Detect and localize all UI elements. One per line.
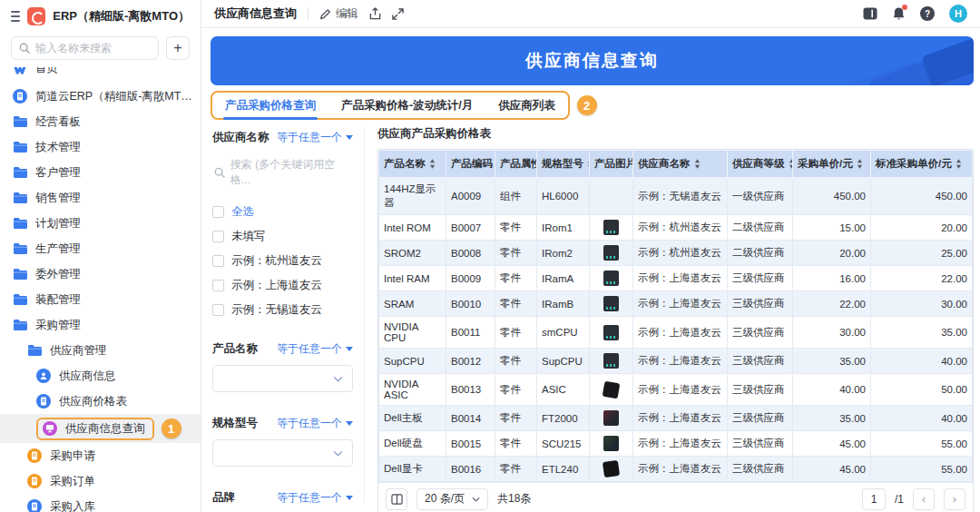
sidebar-header: ERP（精细版-离散MTO） [0,0,201,27]
filter-option[interactable]: 全选 [212,204,353,220]
search-placeholder: 输入名称来搜索 [35,41,112,56]
sidebar-item[interactable]: 装配管理 [0,287,201,312]
sidebar-item[interactable]: 生产管理 [0,236,201,261]
tab[interactable]: 产品采购价格-波动统计/月 [341,93,473,118]
table-row[interactable]: Intel ROMB0007零件IRom1示例：杭州道友云二级供应商15.002… [379,215,973,241]
column-settings-button[interactable] [386,488,407,510]
cell-product-code: B0007 [446,215,495,241]
filter-operator[interactable]: 等于任意一个 [277,416,353,431]
table-row[interactable]: NVIDIA CPUB0011零件smCPU示例：上海道友云三级供应商30.00… [379,317,973,349]
panel-toggle-button[interactable] [863,7,877,20]
caret-down-icon [346,496,353,500]
cell-product-attr: 零件 [495,457,537,482]
filter-operator[interactable]: 等于任意一个 [277,341,353,357]
sidebar-item[interactable]: 简道云ERP（精细版-离散MTO）「... [0,84,201,109]
table-row[interactable]: Dell主板B0014零件FT2000示例：上海道友云三级供应商35.0040.… [379,406,973,431]
table-row[interactable]: SROM2B0008零件IRom2示例：杭州道友云二级供应商20.0025.00 [379,241,973,266]
sidebar-search-row: 输入名称来搜索 + [0,27,201,65]
checkbox[interactable] [212,231,224,242]
table-title: 供应商产品采购价格表 [377,126,974,142]
add-button[interactable]: + [166,36,190,60]
table-row[interactable]: Dell显卡B0016零件ETL240示例：上海道友云三级供应商45.0055.… [379,457,973,482]
filter-dropdown[interactable] [212,365,353,392]
checkbox[interactable] [212,280,224,291]
cell-product-code: A0009 [446,178,495,215]
column-header[interactable]: 产品属性 [495,151,537,178]
prev-page-button[interactable]: ‹ [913,488,935,510]
cell-product-image [590,431,633,457]
edit-button[interactable]: 编辑 [319,6,358,22]
sidebar-item[interactable]: 采购申请 [0,443,201,468]
table-row[interactable]: Intel RAMB0009零件IRamA示例：上海道友云三级供应商16.002… [379,266,973,291]
table-row[interactable]: Dell硬盘B0015零件SCU215示例：上海道友云三级供应商45.0055.… [379,431,973,457]
report-icon [43,421,57,436]
filter-option-label: 示例：杭州道友云 [231,253,322,269]
cell-product-name: Dell显卡 [379,457,446,482]
sidebar-item[interactable]: 供应商价格表 [0,389,201,414]
sidebar-item[interactable]: 技术管理 [0,134,201,160]
table-row[interactable]: NVIDIA ASICB0013零件ASIC示例：上海道友云三级供应商40.00… [379,374,973,406]
column-header[interactable]: 标准采购单价/元 [871,151,973,178]
checkbox[interactable] [212,304,224,316]
notifications-button[interactable] [892,6,906,21]
table-row[interactable]: SRAMB0010零件IRamB示例：上海道友云三级供应商22.0030.00 [379,291,973,317]
filter-panel: 供应商名称 等于任意一个 搜索 (多个关键词用空格... 全选未填写示例：杭州道… [211,126,365,503]
sidebar-item[interactable]: 经营看板 [0,109,201,134]
search-icon [19,43,30,54]
sidebar-item[interactable]: 计划管理 [0,211,201,236]
column-header[interactable]: 供应商名称 [633,151,728,178]
filter-option[interactable]: 未填写 [212,229,353,244]
filter-search-input[interactable]: 搜索 (多个关键词用空格... [212,153,353,195]
tab[interactable]: 产品采购价格查询 [225,93,316,118]
filter-option-label: 示例：上海道友云 [231,278,322,293]
sidebar-item[interactable]: 采购订单 [0,468,201,494]
avatar[interactable]: H [949,5,967,23]
column-header[interactable]: 供应商等级 [728,151,793,178]
cell-supplier-grade: 二级供应商 [728,215,793,241]
column-header[interactable]: 规格型号 [537,151,590,178]
cell-supplier-name: 示例：杭州道友云 [633,241,728,266]
filter-option[interactable]: 示例：无锡道友云 [212,302,353,318]
checkbox[interactable] [212,206,224,218]
cell-supplier-name: 示例：上海道友云 [633,457,728,482]
cell-unit-price: 20.00 [793,241,871,266]
next-page-button[interactable]: › [944,488,965,510]
folder-icon [13,192,27,204]
page-input[interactable]: 1 [862,488,886,510]
cell-std-unit-price: 35.00 [871,317,973,349]
sidebar-item[interactable]: 首页 [0,67,201,84]
page-size-select[interactable]: 20 条/页 [416,488,488,510]
column-header[interactable]: 产品名称 [379,151,446,178]
fullscreen-button[interactable] [392,8,404,20]
filter-dropdown[interactable] [212,439,353,467]
tab[interactable]: 供应商列表 [498,93,555,118]
filter-option[interactable]: 示例：杭州道友云 [212,253,353,269]
filter-option[interactable]: 示例：上海道友云 [212,278,353,293]
table-row[interactable]: SupCPUB0012零件SupCPU示例：上海道友云三级供应商35.0040.… [379,349,973,374]
sidebar-item[interactable]: 供应商信息查询1 [0,414,201,443]
cell-product-name: SupCPU [379,349,446,374]
sidebar-item[interactable]: 委外管理 [0,261,201,287]
table-row[interactable]: 144HZ显示器A0009组件HL6000示例：无锡道友云一级供应商450.00… [379,178,973,215]
share-button[interactable] [369,7,381,20]
column-header[interactable]: 产品编码 [446,151,495,178]
sidebar-item[interactable]: 采购入库 [0,494,201,512]
filter-select-groups: 产品名称等于任意一个规格型号等于任意一个品牌等于任意一个 [212,341,353,512]
sidebar-item[interactable]: 供应商信息 [0,363,201,389]
sidebar-search-input[interactable]: 输入名称来搜索 [11,36,159,60]
help-button[interactable]: ? [920,6,935,21]
sidebar-item[interactable]: 客户管理 [0,160,201,185]
filter-operator[interactable]: 等于任意一个 [277,130,353,145]
menu-toggle-icon[interactable] [11,11,20,22]
sidebar-item[interactable]: 销售管理 [0,185,201,211]
cell-unit-price: 40.00 [793,374,871,406]
filter-label: 供应商名称 [212,130,270,145]
checkbox[interactable] [212,255,224,267]
filter-operator[interactable]: 等于任意一个 [277,490,353,506]
sidebar-item[interactable]: 采购管理 [0,312,201,338]
sidebar-item-label: 经营看板 [35,114,81,130]
sidebar-item[interactable]: 供应商管理 [0,338,201,363]
column-header[interactable]: 采购单价/元 [793,151,871,178]
filter-option-label: 未填写 [231,229,266,244]
page-total: /1 [895,493,904,506]
